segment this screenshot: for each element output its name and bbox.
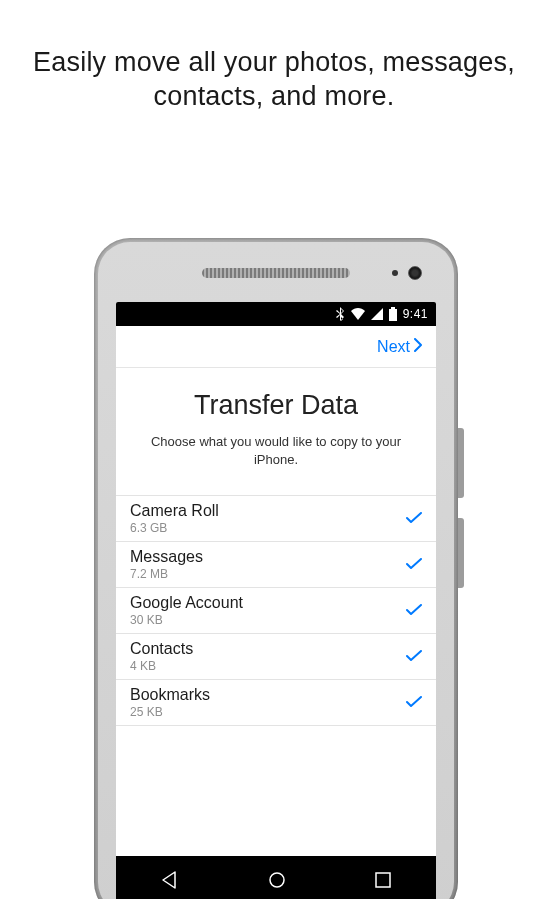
- phone-sensor: [392, 270, 398, 276]
- check-icon: [406, 510, 422, 528]
- chevron-right-icon: [414, 338, 422, 356]
- phone-side-button: [458, 518, 464, 588]
- item-size: 25 KB: [130, 705, 210, 719]
- item-name: Contacts: [130, 640, 193, 658]
- status-time: 9:41: [403, 307, 428, 321]
- battery-icon: [389, 307, 397, 321]
- list-item[interactable]: Bookmarks 25 KB: [116, 680, 436, 726]
- signal-icon: [371, 308, 383, 320]
- svg-point-2: [270, 873, 284, 887]
- phone-frame: 9:41 Next Transfer Data Choose what you …: [94, 238, 458, 899]
- item-size: 30 KB: [130, 613, 243, 627]
- phone-camera: [408, 266, 422, 280]
- check-icon: [406, 602, 422, 620]
- screen-subtitle: Choose what you would like to copy to yo…: [116, 433, 436, 469]
- svg-rect-0: [391, 307, 395, 309]
- list-item[interactable]: Google Account 30 KB: [116, 588, 436, 634]
- phone-side-button: [458, 428, 464, 498]
- wifi-icon: [351, 308, 365, 320]
- home-icon[interactable]: [267, 870, 287, 890]
- page-headline: Easily move all your photos, messages, c…: [0, 0, 548, 114]
- item-size: 6.3 GB: [130, 521, 219, 535]
- item-name: Bookmarks: [130, 686, 210, 704]
- next-button-label: Next: [377, 338, 410, 356]
- phone-screen: 9:41 Next Transfer Data Choose what you …: [116, 302, 436, 899]
- back-icon[interactable]: [160, 870, 180, 890]
- item-name: Google Account: [130, 594, 243, 612]
- next-button[interactable]: Next: [377, 338, 422, 356]
- item-size: 4 KB: [130, 659, 193, 673]
- transfer-list: Camera Roll 6.3 GB Messages 7.2 MB: [116, 495, 436, 726]
- svg-rect-1: [389, 309, 397, 321]
- item-name: Messages: [130, 548, 203, 566]
- item-size: 7.2 MB: [130, 567, 203, 581]
- check-icon: [406, 694, 422, 712]
- recents-icon[interactable]: [374, 871, 392, 889]
- screen-title: Transfer Data: [116, 390, 436, 421]
- bluetooth-icon: [335, 307, 345, 321]
- phone-earpiece: [202, 268, 350, 278]
- android-nav-bar: [116, 856, 436, 899]
- list-item[interactable]: Messages 7.2 MB: [116, 542, 436, 588]
- check-icon: [406, 648, 422, 666]
- item-name: Camera Roll: [130, 502, 219, 520]
- status-bar: 9:41: [116, 302, 436, 326]
- check-icon: [406, 556, 422, 574]
- app-bar: Next: [116, 326, 436, 368]
- svg-rect-3: [376, 873, 390, 887]
- list-item[interactable]: Contacts 4 KB: [116, 634, 436, 680]
- list-item[interactable]: Camera Roll 6.3 GB: [116, 496, 436, 542]
